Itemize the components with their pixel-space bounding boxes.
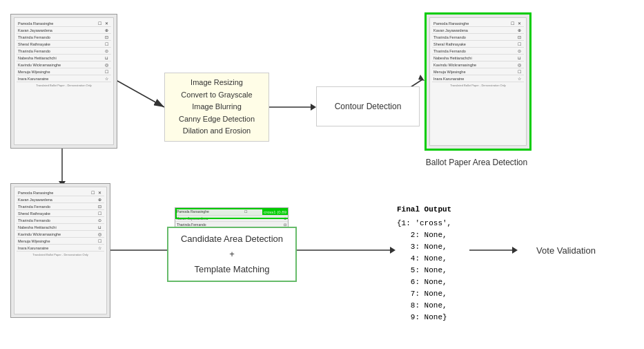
final-output-line-6: 6: None, bbox=[397, 276, 451, 288]
final-output: Final Output {1: 'cross', 2: None, 3: No… bbox=[397, 204, 451, 323]
ballot-footer: Translated Ballot Paper - Demonstration … bbox=[17, 84, 111, 87]
ballot-row: Inara Karunaratne ☆ bbox=[17, 245, 104, 252]
ballot-row: Tharinda Fernando ⊙ bbox=[432, 48, 524, 55]
ballot-row: Tharinda Fernando ⊙ bbox=[17, 48, 111, 55]
svg-marker-10 bbox=[390, 247, 396, 254]
ballot-footer-right: Translated Ballot Paper - Demonstration … bbox=[432, 84, 524, 87]
ballot-row: Inara Karunaratne ☆ bbox=[17, 75, 111, 82]
contour-label: Contour Detection bbox=[335, 102, 402, 111]
process-box: Image Resizing Convert to Grayscale Imag… bbox=[164, 73, 269, 142]
ballot-row: Tharinda Fernando ⊙ bbox=[17, 217, 104, 224]
ballot-row: Kavindu Wickramasinghe ◎ bbox=[17, 62, 111, 68]
final-output-header: Final Output bbox=[397, 204, 451, 216]
ballot-row: Sheral Rathnayake ☐ bbox=[17, 210, 104, 217]
diagram-container: Pamoda Ranasinghe ☐ ✕ Kavan Jayawardena … bbox=[0, 0, 644, 349]
cross-label: cross1 (0.89 bbox=[262, 209, 288, 215]
ballot-row: Menuja Wijesinghe ☐ bbox=[17, 238, 104, 245]
ballot-row: Kavindu Wickramasinghe ◎ bbox=[17, 231, 104, 238]
ballot-row: Pamoda Ranasinghe ☐ ✕ bbox=[17, 20, 111, 27]
final-output-line-3: 3: None, bbox=[397, 241, 451, 253]
svg-marker-2 bbox=[311, 104, 316, 111]
ballot-top-left: Pamoda Ranasinghe ☐ ✕ Kavan Jayawardena … bbox=[10, 14, 117, 149]
vote-validation-label: Vote Validation bbox=[521, 245, 611, 256]
ballot-footer-bottom: Translated Ballot Paper - Demonstration … bbox=[17, 253, 104, 256]
detection-overlay: cross1 (0.89 bbox=[175, 208, 288, 219]
ballot-row: Kavan Jayawardena ⊕ bbox=[17, 27, 111, 34]
svg-marker-4 bbox=[418, 75, 425, 81]
ballot-row: Tharinda Fernando ⊡ bbox=[432, 34, 524, 41]
ballot-row: Kavan Jayawardena ⊕ bbox=[17, 196, 104, 203]
final-output-line-1: {1: 'cross', bbox=[397, 218, 451, 229]
ballot-row: Kavan Jayawardena ⊕ bbox=[432, 27, 524, 34]
final-output-line-7: 7: None, bbox=[397, 288, 451, 300]
ballot-row: Sheral Rathnayake ☐ bbox=[432, 41, 524, 48]
candidate-area-box: Candidate Area Detection + Template Matc… bbox=[167, 227, 297, 282]
ballot-bottom-left: Pamoda Ranasinghe ☐ ✕ Kavan Jayawardena … bbox=[10, 183, 110, 318]
contour-detection-box: Contour Detection bbox=[316, 86, 420, 126]
ballot-row: Nabesha Hettiarachchi ⊔ bbox=[17, 224, 104, 231]
final-output-line-2: 2: None, bbox=[397, 229, 451, 241]
svg-marker-12 bbox=[512, 247, 518, 254]
final-output-line-8: 8: None, bbox=[397, 300, 451, 312]
ballot-row: Tharinda Fernando ⊡ bbox=[17, 203, 104, 210]
final-output-line-4: 4: None, bbox=[397, 253, 451, 265]
ballot-row: Menuja Wijesinghe ☐ bbox=[17, 68, 111, 75]
process-box-text: Image Resizing Convert to Grayscale Imag… bbox=[179, 77, 255, 138]
ballot-area-detection-label: Ballot Paper Area Detection bbox=[420, 158, 534, 167]
ballot-row: Menuja Wijesinghe ☐ bbox=[432, 68, 524, 75]
final-output-line-9: 9: None} bbox=[397, 312, 451, 323]
svg-line-0 bbox=[117, 81, 164, 107]
ballot-row: Pamoda Ranasinghe ☐ ✕ bbox=[17, 189, 104, 196]
ballot-row: Tharinda Fernando ⊡ bbox=[17, 34, 111, 41]
final-output-line-5: 5: None, bbox=[397, 265, 451, 276]
ballot-row: Pamoda Ranasinghe ☐ ✕ bbox=[432, 20, 524, 27]
ballot-top-right: Pamoda Ranasinghe ☐ ✕ Kavan Jayawardena … bbox=[425, 12, 531, 151]
candidate-box-text: Candidate Area Detection + Template Matc… bbox=[181, 232, 283, 277]
ballot-row: Sheral Rathnayake ☐ bbox=[17, 41, 111, 48]
ballot-row: Inara Karunaratne ☆ bbox=[432, 75, 524, 82]
ballot-row: Kavindu Wickramasinghe ◎ bbox=[432, 62, 524, 68]
ballot-row: Nabesha Hettiarachchi ⊔ bbox=[17, 55, 111, 62]
ballot-row: Nabesha Hettiarachchi ⊔ bbox=[432, 55, 524, 62]
